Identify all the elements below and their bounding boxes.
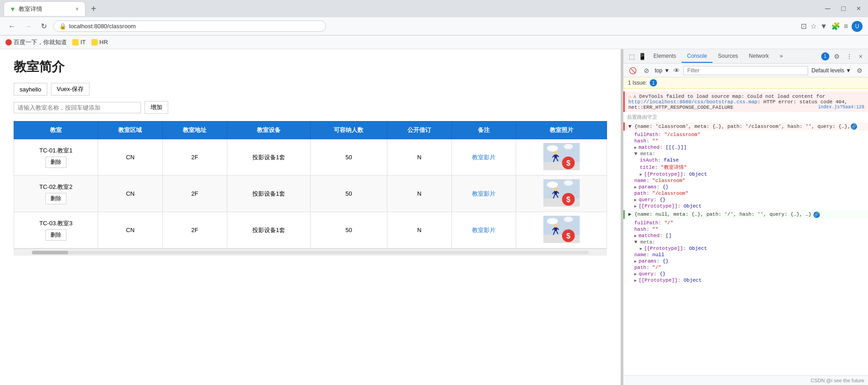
browser-window: ▼ 教室详情 × + ─ □ × ← → ↻ 🔒 localhost:8080/… bbox=[0, 0, 868, 385]
classroom-name-text: TC-02.教室2 bbox=[18, 183, 94, 191]
cell-classroom-name: TC-01.教室1删除 bbox=[14, 139, 98, 176]
vuex-save-button[interactable]: Vuex-保存 bbox=[51, 83, 90, 96]
context-selector[interactable]: top ▼ bbox=[655, 67, 670, 74]
cast-icon[interactable]: ⊡ bbox=[801, 22, 807, 30]
console-output[interactable]: ⚠⚠ DevTools failed to load source map: C… bbox=[623, 89, 868, 375]
page-content: 教室简介 sayhello Vuex-保存 增加 教室 教室区域 教室地址 教室… bbox=[0, 49, 621, 385]
cell-photo: $ bbox=[516, 176, 607, 212]
expand-icon[interactable]: ▶ bbox=[640, 172, 642, 177]
new-tab-button[interactable]: + bbox=[87, 4, 100, 14]
delete-button[interactable]: 删除 bbox=[45, 193, 66, 204]
forward-button[interactable]: → bbox=[22, 20, 35, 32]
devtools-settings-icon[interactable]: ⚙ bbox=[832, 52, 842, 61]
log-levels-label: Default levels ▼ bbox=[812, 67, 851, 74]
property-value: "/" bbox=[664, 220, 673, 226]
classroom-video-link[interactable]: 教室影片 bbox=[472, 154, 496, 161]
classroom-name-input[interactable] bbox=[14, 102, 141, 113]
tab-close-button[interactable]: × bbox=[75, 5, 80, 13]
close-window-button[interactable]: × bbox=[853, 3, 864, 15]
expand-icon[interactable]: ▶ bbox=[640, 246, 642, 251]
link-badge: 🔗 bbox=[851, 123, 857, 130]
back-button[interactable]: ← bbox=[5, 20, 18, 32]
sayhello-button[interactable]: sayhello bbox=[14, 83, 47, 96]
console-property-line: ▶matched: [[{…}]] bbox=[623, 144, 868, 151]
console-property-line: ▶matched: [] bbox=[623, 233, 868, 239]
console-object-header[interactable]: ▼ {name: 'classroom', meta: {…}, path: '… bbox=[623, 122, 868, 131]
console-pause-icon[interactable]: ⊘ bbox=[642, 66, 651, 75]
bookmark-icon[interactable]: ☆ bbox=[810, 22, 817, 30]
table-header-note: 备注 bbox=[452, 122, 516, 139]
expand-icon[interactable]: ▶ bbox=[634, 233, 637, 238]
reload-button[interactable]: ↻ bbox=[38, 20, 50, 32]
devtools-inspect-icon[interactable]: ⬚ bbox=[627, 52, 637, 61]
cell-area: CN bbox=[98, 176, 162, 212]
active-tab[interactable]: ▼ 教室详情 × bbox=[4, 1, 85, 16]
property-key: fullPath bbox=[634, 220, 658, 226]
menu-icon[interactable]: ≡ bbox=[844, 22, 848, 30]
profile-icon[interactable]: U bbox=[852, 21, 863, 32]
cell-photo: $ bbox=[516, 139, 607, 176]
property-key: title bbox=[640, 165, 655, 170]
console-filter-input[interactable] bbox=[683, 66, 808, 75]
vue-icon[interactable]: ▼ bbox=[820, 22, 828, 30]
bookmark-hr[interactable]: HR bbox=[91, 39, 108, 46]
cell-capacity: 50 bbox=[311, 139, 387, 176]
devtools-more-icon[interactable]: ⋮ bbox=[844, 52, 854, 61]
scrollbar-thumb[interactable] bbox=[32, 251, 68, 254]
expand-icon[interactable]: ▶ bbox=[634, 145, 637, 150]
console-property-line: name: null bbox=[623, 252, 868, 258]
expand-icon[interactable]: ▶ bbox=[634, 204, 637, 209]
cell-area: CN bbox=[98, 139, 162, 176]
bookmark-baidu[interactable]: 百度一下，你就知道 bbox=[5, 38, 67, 46]
delete-button[interactable]: 删除 bbox=[45, 229, 66, 241]
error-link[interactable]: http://localhost:8080/css/bootstrap.css.… bbox=[628, 99, 758, 105]
console-eye-icon[interactable]: 👁 bbox=[673, 67, 680, 74]
devtools-tab-sources[interactable]: Sources bbox=[712, 50, 743, 63]
context-chevron: ▼ bbox=[664, 67, 670, 74]
bookmarks-bar: 百度一下，你就知道 IT HR bbox=[0, 35, 868, 49]
console-property-line: hash: "" bbox=[623, 138, 868, 144]
url-input[interactable]: 🔒 localhost:8080/classroom bbox=[53, 20, 326, 32]
table-header-name: 教室 bbox=[14, 122, 98, 139]
classroom-video-link[interactable]: 教室影片 bbox=[472, 190, 496, 197]
devtools-tab-console[interactable]: Console bbox=[682, 50, 712, 63]
console-object-header2[interactable]: ▶ {name: null, meta: {…}, path: '/', has… bbox=[623, 210, 868, 219]
devtools-tab-elements[interactable]: Elements bbox=[648, 50, 682, 63]
svg-point-2 bbox=[564, 144, 573, 149]
log-levels-selector[interactable]: Default levels ▼ bbox=[812, 67, 851, 74]
page-title: 教室简介 bbox=[14, 58, 607, 76]
console-settings-icon[interactable]: ⚙ bbox=[855, 66, 864, 75]
classroom-video-link[interactable]: 教室影片 bbox=[472, 227, 496, 233]
tab-title: 教室详情 bbox=[19, 5, 72, 13]
cell-equipment: 投影设备1套 bbox=[227, 212, 310, 248]
devtools-tab-right: 1 ⚙ ⋮ × bbox=[821, 52, 864, 61]
bookmark-it[interactable]: IT bbox=[72, 39, 86, 46]
property-value: {} bbox=[660, 271, 666, 277]
cell-photo: $ bbox=[516, 212, 607, 248]
devtools-tab-more[interactable]: » bbox=[774, 50, 788, 63]
table-header-area: 教室区域 bbox=[98, 122, 162, 139]
expand-icon[interactable]: ▶ bbox=[634, 272, 637, 277]
horizontal-scrollbar[interactable] bbox=[14, 248, 607, 256]
bookmark-hr-label: HR bbox=[100, 39, 108, 46]
minimize-button[interactable]: ─ bbox=[822, 3, 834, 15]
maximize-button[interactable]: □ bbox=[838, 3, 849, 15]
devtools-close-icon[interactable]: × bbox=[857, 52, 864, 61]
expand-icon[interactable]: ▶ bbox=[634, 278, 637, 283]
expand-icon[interactable]: ▶ bbox=[634, 185, 637, 190]
address-bar: ← → ↻ 🔒 localhost:8080/classroom ⊡ ☆ ▼ 🧩… bbox=[0, 17, 868, 35]
cell-capacity: 50 bbox=[311, 176, 387, 212]
devtools-device-icon[interactable]: 📱 bbox=[637, 52, 648, 61]
extensions-icon[interactable]: 🧩 bbox=[831, 22, 840, 30]
expand-icon[interactable]: ▶ bbox=[634, 259, 637, 264]
console-clear-icon[interactable]: 🚫 bbox=[627, 66, 638, 75]
devtools-tab-network[interactable]: Network bbox=[743, 50, 774, 63]
table-header-photo: 教室照片 bbox=[516, 122, 607, 139]
console-property-line: ▶params: {} bbox=[623, 258, 868, 264]
delete-button[interactable]: 删除 bbox=[45, 157, 66, 168]
add-classroom-button[interactable]: 增加 bbox=[145, 101, 168, 114]
cell-address: 2F bbox=[162, 139, 227, 176]
property-value: [] bbox=[666, 233, 672, 238]
main-layout: 教室简介 sayhello Vuex-保存 增加 教室 教室区域 教室地址 教室… bbox=[0, 49, 868, 385]
expand-icon[interactable]: ▶ bbox=[634, 198, 637, 203]
